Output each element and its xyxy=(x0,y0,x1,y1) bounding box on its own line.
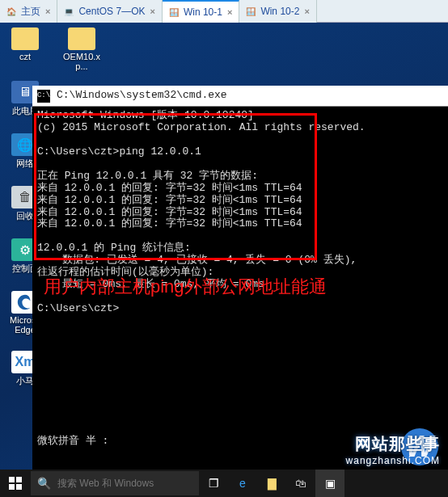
svg-rect-2 xyxy=(9,484,15,490)
taskbar-store[interactable]: 🛍 xyxy=(286,470,315,497)
taskbar: 🔍 ❐ e ▇ 🛍 ▣ xyxy=(0,470,448,497)
annotation-text: 用户内部主机ping外部公网地址能通 xyxy=(44,276,327,297)
close-icon[interactable]: × xyxy=(45,6,50,16)
watermark-line1: 网站那些事 xyxy=(355,433,440,455)
icon-label: 网络 xyxy=(16,158,34,170)
icon-label: OEM10.xp... xyxy=(61,52,102,71)
home-icon: 🏠 xyxy=(6,7,16,16)
folder-icon xyxy=(68,27,95,50)
desktop-icon-czt[interactable]: czt xyxy=(5,27,45,71)
svg-rect-3 xyxy=(16,484,22,490)
desktop-top-row: czt OEM10.xp... xyxy=(5,27,102,71)
tab-win10-1[interactable]: 🪟 Win 10-1 × xyxy=(163,0,239,23)
start-button[interactable] xyxy=(0,470,31,497)
cmd-titlebar[interactable]: C:\ C:\Windows\system32\cmd.exe xyxy=(32,86,448,107)
search-icon: 🔍 xyxy=(37,477,51,490)
tab-win10-2[interactable]: 🪟 Win 10-2 × xyxy=(239,0,316,23)
icon-label: czt xyxy=(19,52,31,61)
close-icon[interactable]: × xyxy=(227,7,232,17)
vm-icon: 🪟 xyxy=(246,7,256,16)
svg-rect-1 xyxy=(16,477,22,482)
tab-label: 主页 xyxy=(21,5,40,19)
cmd-window: C:\ C:\Windows\system32\cmd.exe Microsof… xyxy=(32,86,448,474)
cmd-icon: C:\ xyxy=(37,90,50,103)
task-view-button[interactable]: ❐ xyxy=(199,470,228,497)
taskbar-edge[interactable]: e xyxy=(228,470,257,497)
svg-rect-0 xyxy=(9,477,15,482)
icon-label: 小马 xyxy=(16,375,34,387)
close-icon[interactable]: × xyxy=(150,6,154,16)
icon-label: 回收 xyxy=(16,210,34,222)
tab-label: CentOS 7—OK xyxy=(78,6,145,17)
cmd-title-text: C:\Windows\system32\cmd.exe xyxy=(57,90,227,102)
tab-home[interactable]: 🏠 主页 × xyxy=(0,0,57,23)
folder-icon xyxy=(11,27,39,50)
taskbar-explorer[interactable]: ▇ xyxy=(257,470,286,497)
close-icon[interactable]: × xyxy=(304,6,309,16)
tab-label: Win 10-2 xyxy=(260,6,299,17)
vm-icon: 🪟 xyxy=(169,8,179,17)
tab-label: Win 10-1 xyxy=(184,6,222,18)
watermark-line2: wangzhanshi.COM xyxy=(346,455,440,466)
desktop-icon-oem10[interactable]: OEM10.xp... xyxy=(61,27,102,71)
taskbar-search[interactable]: 🔍 xyxy=(31,471,199,495)
vm-tabs: 🏠 主页 × 💻 CentOS 7—OK × 🪟 Win 10-1 × 🪟 Wi… xyxy=(0,0,448,23)
taskbar-cmd[interactable]: ▣ xyxy=(315,470,344,497)
vm-icon: 💻 xyxy=(64,7,74,16)
tab-centos[interactable]: 💻 CentOS 7—OK × xyxy=(57,0,162,23)
search-input[interactable] xyxy=(57,478,192,489)
